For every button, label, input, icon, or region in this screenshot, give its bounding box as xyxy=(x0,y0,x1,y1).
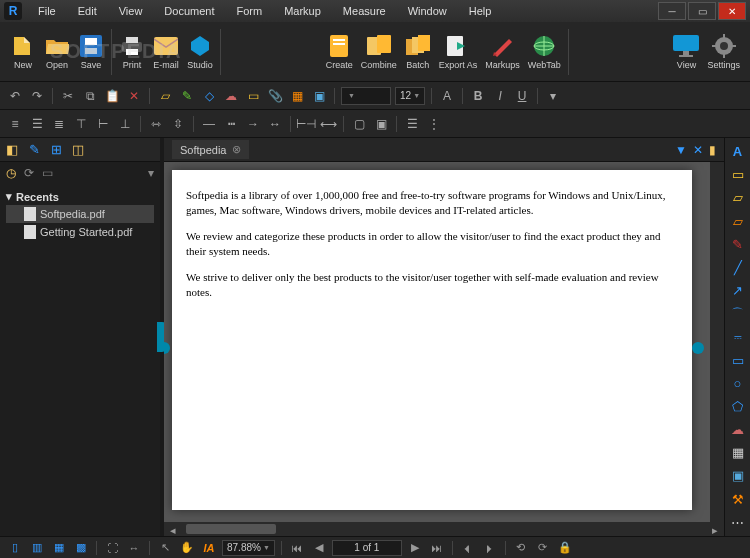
rtool-arc-icon[interactable]: ⌒ xyxy=(728,304,748,323)
tab-files-icon[interactable]: ◧ xyxy=(4,142,20,158)
view-single-icon[interactable]: ▯ xyxy=(6,540,24,556)
rtool-polygon-icon[interactable]: ⬠ xyxy=(728,397,748,416)
border2-icon[interactable]: ▣ xyxy=(372,115,390,133)
line-both-icon[interactable]: ↔ xyxy=(266,115,284,133)
prev-page-icon[interactable]: ◀ xyxy=(310,540,328,556)
tab-bookmarks-icon[interactable]: ✎ xyxy=(26,142,42,158)
create-button[interactable]: Create xyxy=(322,32,357,71)
hand-tool-icon[interactable]: ✋ xyxy=(178,540,196,556)
attach-icon[interactable]: 📎 xyxy=(266,87,284,105)
delete-icon[interactable]: ✕ xyxy=(125,87,143,105)
menu-form[interactable]: Form xyxy=(227,3,273,19)
dist-h-icon[interactable]: ⇿ xyxy=(147,115,165,133)
menu-measure[interactable]: Measure xyxy=(333,3,396,19)
fit-width-icon[interactable]: ↔ xyxy=(125,540,143,556)
file-item-getting-started[interactable]: Getting Started.pdf xyxy=(6,223,154,241)
page-handle-right-icon[interactable] xyxy=(692,342,704,354)
rtool-stamp-icon[interactable]: ▦ xyxy=(728,443,748,462)
text-style-icon[interactable]: A xyxy=(438,87,456,105)
subtab-folder-icon[interactable]: ▭ xyxy=(42,166,53,180)
tab-more-icon[interactable]: ▮ xyxy=(709,143,716,157)
paste-icon[interactable]: 📋 xyxy=(103,87,121,105)
font-size-combo[interactable]: 12▼ xyxy=(395,87,425,105)
tab-close-all-icon[interactable]: ✕ xyxy=(693,143,703,157)
rtool-polyline-icon[interactable]: ⎓ xyxy=(728,327,748,346)
scroll-left-icon[interactable]: ◂ xyxy=(164,522,182,538)
open-button[interactable]: Open xyxy=(40,32,74,71)
recents-header[interactable]: ▾ Recents xyxy=(6,188,154,205)
page-handle-left-icon[interactable] xyxy=(164,342,170,354)
bold-button[interactable]: B xyxy=(469,87,487,105)
rtool-more-icon[interactable]: ⋯ xyxy=(728,513,748,532)
rotate-cw-icon[interactable]: ⟳ xyxy=(534,540,552,556)
scroll-right-icon[interactable]: ▸ xyxy=(706,522,724,538)
align-middle-icon[interactable]: ⊢ xyxy=(94,115,112,133)
menu-help[interactable]: Help xyxy=(459,3,502,19)
align-center-icon[interactable]: ☰ xyxy=(28,115,46,133)
line-solid-icon[interactable]: — xyxy=(200,115,218,133)
note-icon[interactable]: ▭ xyxy=(244,87,262,105)
rtool-arrow-icon[interactable]: ↗ xyxy=(728,281,748,300)
rtool-rect-icon[interactable]: ▭ xyxy=(728,351,748,370)
copy-icon[interactable]: ⧉ xyxy=(81,87,99,105)
lock-icon[interactable]: 🔒 xyxy=(556,540,574,556)
dist-v-icon[interactable]: ⇳ xyxy=(169,115,187,133)
select-tool-icon[interactable]: ↖ xyxy=(156,540,174,556)
tab-close-icon[interactable]: ⊗ xyxy=(232,143,241,156)
tab-layers-icon[interactable]: ◫ xyxy=(70,142,86,158)
prev-view-icon[interactable]: ⏴ xyxy=(459,540,477,556)
rtool-cloud-icon[interactable]: ☁ xyxy=(728,420,748,439)
rtool-pen-icon[interactable]: ✎ xyxy=(728,235,748,254)
underline-button[interactable]: U xyxy=(513,87,531,105)
last-page-icon[interactable]: ⏭ xyxy=(428,540,446,556)
new-button[interactable]: New xyxy=(6,32,40,71)
horizontal-scrollbar[interactable] xyxy=(182,522,706,536)
menu-file[interactable]: File xyxy=(28,3,66,19)
rtool-image-icon[interactable]: ▣ xyxy=(728,466,748,485)
list-icon[interactable]: ☰ xyxy=(403,115,421,133)
vertical-scrollbar[interactable] xyxy=(710,162,724,522)
studio-button[interactable]: Studio xyxy=(183,32,217,71)
align-bottom-icon[interactable]: ⊥ xyxy=(116,115,134,133)
image-icon[interactable]: ▣ xyxy=(310,87,328,105)
menu-view[interactable]: View xyxy=(109,3,153,19)
next-page-icon[interactable]: ▶ xyxy=(406,540,424,556)
view-cover-icon[interactable]: ▩ xyxy=(72,540,90,556)
rtool-tools-icon[interactable]: ⚒ xyxy=(728,490,748,509)
menu-window[interactable]: Window xyxy=(398,3,457,19)
rtool-text-icon[interactable]: A xyxy=(728,142,748,161)
menu-edit[interactable]: Edit xyxy=(68,3,107,19)
border-icon[interactable]: ▢ xyxy=(350,115,368,133)
rtool-ellipse-icon[interactable]: ○ xyxy=(728,374,748,393)
print-button[interactable]: Print xyxy=(115,32,149,71)
tab-dropdown-icon[interactable]: ▼ xyxy=(675,143,687,157)
document-tab[interactable]: Softpedia ⊗ xyxy=(172,140,249,159)
subtab-icon[interactable]: ◷ xyxy=(6,166,16,180)
view-cont-icon[interactable]: ▥ xyxy=(28,540,46,556)
first-page-icon[interactable]: ⏮ xyxy=(288,540,306,556)
exportas-button[interactable]: Export As xyxy=(435,32,482,71)
menu-document[interactable]: Document xyxy=(154,3,224,19)
maximize-button[interactable]: ▭ xyxy=(688,2,716,20)
subtab-refresh-icon[interactable]: ⟳ xyxy=(24,166,34,180)
color-picker-icon[interactable]: ▾ xyxy=(544,87,562,105)
webtab-button[interactable]: WebTab xyxy=(524,32,565,71)
view-button[interactable]: View xyxy=(669,32,703,71)
cloud-icon[interactable]: ☁ xyxy=(222,87,240,105)
font-family-combo[interactable]: ▼ xyxy=(341,87,391,105)
shape-icon[interactable]: ◇ xyxy=(200,87,218,105)
align-right-icon[interactable]: ≣ xyxy=(50,115,68,133)
rotate-ccw-icon[interactable]: ⟲ xyxy=(512,540,530,556)
document-viewport[interactable]: Softpedia is a library of over 1,000,000… xyxy=(164,162,724,522)
batch-button[interactable]: Batch xyxy=(401,32,435,71)
file-item-softpedia[interactable]: Softpedia.pdf xyxy=(6,205,154,223)
save-button[interactable]: Save xyxy=(74,32,108,71)
align-top-icon[interactable]: ⊤ xyxy=(72,115,90,133)
email-button[interactable]: E-mail xyxy=(149,32,183,71)
settings-button[interactable]: Settings xyxy=(703,32,744,71)
align-left-icon[interactable]: ≡ xyxy=(6,115,24,133)
redo-icon[interactable]: ↷ xyxy=(28,87,46,105)
view-facing-icon[interactable]: ▦ xyxy=(50,540,68,556)
close-button[interactable]: ✕ xyxy=(718,2,746,20)
minimize-button[interactable]: ─ xyxy=(658,2,686,20)
